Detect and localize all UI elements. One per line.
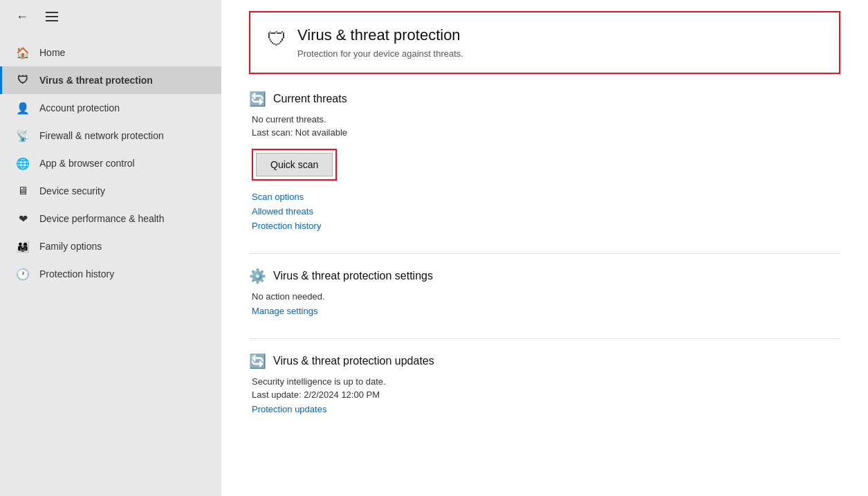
no-threats-text: No current threats. [252, 114, 840, 125]
page-header-icon: 🛡 [267, 28, 286, 50]
sidebar-item-device-health[interactable]: ❤Device performance & health [0, 205, 221, 232]
header-text: Virus & threat protection Protection for… [297, 26, 463, 59]
page-subtitle: Protection for your device against threa… [297, 48, 463, 59]
firewall-icon: 📡 [16, 129, 30, 143]
sidebar-nav: 🏠Home🛡Virus & threat protection👤Account … [0, 33, 221, 293]
scan-options-link[interactable]: Scan options [252, 192, 840, 202]
updates-status-text: Security intelligence is up to date. [252, 376, 840, 387]
sidebar-item-label-device-health: Device performance & health [39, 213, 165, 224]
sidebar-item-label-family: Family options [39, 241, 102, 252]
sidebar-item-browser[interactable]: 🌐App & browser control [0, 149, 221, 177]
protection-settings-status: No action needed. [252, 291, 840, 302]
sidebar-item-firewall[interactable]: 📡Firewall & network protection [0, 122, 221, 149]
sidebar-item-label-virus: Virus & threat protection [39, 75, 153, 86]
main-content: 🛡 Virus & threat protection Protection f… [221, 0, 868, 496]
sidebar-item-history[interactable]: 🕐Protection history [0, 260, 221, 288]
virus-icon: 🛡 [16, 73, 30, 87]
divider-2 [249, 338, 840, 339]
sidebar-item-label-history: Protection history [39, 268, 114, 279]
page-header: 🛡 Virus & threat protection Protection f… [249, 11, 840, 74]
history-icon: 🕐 [16, 267, 30, 281]
last-scan-text: Last scan: Not available [252, 127, 840, 138]
device-security-icon: 🖥 [16, 184, 30, 198]
protection-settings-section: ⚙️ Virus & threat protection settings No… [249, 268, 840, 316]
manage-settings-link[interactable]: Manage settings [252, 306, 840, 316]
protection-updates-icon: 🔄 [249, 353, 266, 369]
family-icon: 👨‍👩‍👧 [16, 239, 30, 253]
sidebar-item-label-firewall: Firewall & network protection [39, 130, 164, 141]
sidebar-top-bar: ← [0, 0, 221, 33]
current-threats-icon: 🔄 [249, 91, 266, 107]
divider-1 [249, 253, 840, 254]
page-title: Virus & threat protection [297, 26, 463, 44]
protection-updates-body: Security intelligence is up to date. Las… [249, 376, 840, 414]
protection-settings-title: ⚙️ Virus & threat protection settings [249, 268, 840, 284]
current-threats-body: No current threats. Last scan: Not avail… [249, 114, 840, 231]
sidebar-item-device-security[interactable]: 🖥Device security [0, 177, 221, 205]
hamburger-button[interactable] [41, 8, 62, 26]
sidebar-item-home[interactable]: 🏠Home [0, 39, 221, 66]
protection-updates-section: 🔄 Virus & threat protection updates Secu… [249, 353, 840, 414]
quick-scan-wrapper: Quick scan [252, 149, 337, 181]
sidebar-item-label-account: Account protection [39, 102, 120, 113]
sidebar-item-label-device-security: Device security [39, 185, 105, 196]
back-button[interactable]: ← [11, 6, 33, 28]
quick-scan-button[interactable]: Quick scan [256, 153, 333, 176]
device-health-icon: ❤ [16, 212, 30, 226]
last-update-text: Last update: 2/2/2024 12:00 PM [252, 389, 840, 400]
account-icon: 👤 [16, 101, 30, 115]
current-threats-section: 🔄 Current threats No current threats. La… [249, 91, 840, 231]
sidebar-item-label-browser: App & browser control [39, 158, 135, 169]
protection-settings-body: No action needed. Manage settings [249, 291, 840, 316]
home-icon: 🏠 [16, 46, 30, 59]
sidebar-item-virus[interactable]: 🛡Virus & threat protection [0, 66, 221, 94]
protection-settings-icon: ⚙️ [249, 268, 266, 284]
protection-history-link-current[interactable]: Protection history [252, 221, 840, 231]
current-threats-title: 🔄 Current threats [249, 91, 840, 107]
protection-updates-link[interactable]: Protection updates [252, 404, 840, 414]
sidebar-item-label-home: Home [39, 47, 65, 58]
sidebar: ← 🏠Home🛡Virus & threat protection👤Accoun… [0, 0, 221, 496]
browser-icon: 🌐 [16, 156, 30, 170]
allowed-threats-link[interactable]: Allowed threats [252, 206, 840, 217]
sidebar-item-family[interactable]: 👨‍👩‍👧Family options [0, 232, 221, 260]
sidebar-item-account[interactable]: 👤Account protection [0, 94, 221, 122]
protection-updates-title: 🔄 Virus & threat protection updates [249, 353, 840, 369]
